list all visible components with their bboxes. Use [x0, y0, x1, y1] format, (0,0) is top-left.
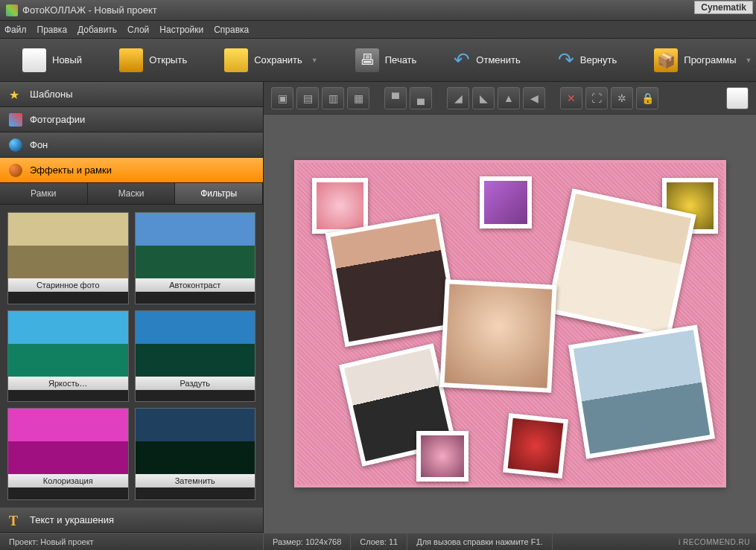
sidebar-item-effects[interactable]: Эффекты и рамки [0, 158, 263, 183]
main-area: ★ Шаблоны Фотографии Фон Эффекты и рамки… [0, 82, 756, 533]
templates-label: Шаблоны [30, 89, 73, 100]
app-icon [6, 4, 18, 16]
background-label: Фон [30, 139, 48, 150]
photo-icon [9, 113, 22, 127]
tab-filters[interactable]: Фильтры [175, 183, 263, 204]
box-icon: 📦 [654, 48, 678, 72]
send-back-button[interactable]: ▦ [347, 87, 369, 109]
rotate-left-button[interactable]: ◢ [447, 87, 469, 109]
bring-front-button[interactable]: ▣ [271, 87, 293, 109]
save-button[interactable]: Сохранить ▼ [224, 48, 318, 72]
filter-brightness[interactable]: Яркость… [7, 310, 129, 403]
menu-help[interactable]: Справка [214, 25, 249, 35]
delete-button[interactable]: ✕ [560, 87, 582, 109]
collage-photo[interactable] [325, 214, 459, 348]
project-value: Новый проект [40, 537, 93, 546]
undo-arrow-icon: ↶ [454, 48, 470, 71]
filter-darken[interactable]: Затемнить [135, 408, 256, 500]
filter-preview [136, 311, 255, 377]
redo-button[interactable]: ↷ Вернуть [558, 48, 617, 71]
main-toolbar: Новый Открыть Сохранить ▼ 🖶 Печать ↶ Отм… [0, 39, 756, 82]
filter-grid[interactable]: Старинное фото Автоконтраст Яркость… Раз… [0, 205, 263, 508]
filter-old-photo[interactable]: Старинное фото [7, 212, 129, 304]
collage-photo[interactable] [568, 324, 714, 458]
align-top-button[interactable]: ▀ [384, 87, 407, 109]
canvas-viewport[interactable] [264, 115, 756, 533]
undo-button[interactable]: ↶ Отменить [454, 48, 520, 71]
sidebar-item-text[interactable]: T Текст и украшения [0, 508, 263, 533]
redo-label: Вернуть [580, 54, 617, 65]
new-button[interactable]: Новый [22, 48, 82, 72]
menu-add[interactable]: Добавить [77, 25, 117, 35]
filter-autocontrast[interactable]: Автоконтраст [135, 212, 256, 304]
status-layers: Слоев: 11 [351, 534, 407, 550]
menu-file[interactable]: Файл [4, 25, 27, 35]
align-bottom-button[interactable]: ▄ [410, 87, 432, 109]
canvas-toolbar: ▣ ▤ ▥ ▦ ▀ ▄ ◢ ◣ ▲ ◀ ✕ ⛶ ✲ 🔒 [264, 82, 756, 115]
send-backward-button[interactable]: ▥ [322, 87, 344, 109]
flip-v-button[interactable]: ◀ [523, 87, 545, 109]
text-icon: T [9, 514, 22, 527]
open-label: Открыть [149, 54, 187, 65]
star-icon: ★ [9, 88, 22, 101]
undo-label: Отменить [476, 54, 520, 65]
watermark-badge: Cynematik [694, 1, 753, 14]
open-button[interactable]: Открыть [119, 48, 187, 72]
filter-preview [8, 311, 128, 377]
collage-photo[interactable] [312, 178, 368, 234]
sidebar-item-background[interactable]: Фон [0, 132, 263, 158]
tab-masks[interactable]: Маски [88, 183, 176, 204]
rotate-right-button[interactable]: ◣ [472, 87, 495, 109]
lock-button[interactable]: 🔒 [636, 87, 658, 109]
collage-photo[interactable] [503, 413, 568, 479]
statusbar: Проект: Новый проект Размер: 1024x768 Сл… [0, 533, 756, 550]
filter-label: Раздуть [136, 377, 255, 390]
chevron-down-icon: ▼ [746, 57, 752, 64]
menu-edit[interactable]: Правка [37, 25, 68, 35]
sidebar-item-photos[interactable]: Фотографии [0, 107, 263, 132]
filter-preview [8, 409, 128, 474]
folder-open-icon [119, 48, 143, 72]
collage-photo[interactable] [480, 176, 532, 228]
print-button[interactable]: 🖶 Печать [355, 48, 417, 72]
filter-colorize[interactable]: Колоризация [7, 408, 129, 500]
new-file-icon [22, 48, 46, 72]
menubar: Файл Правка Добавить Слой Настройки Спра… [0, 21, 756, 39]
text-label: Текст и украшения [30, 514, 114, 525]
sidebar-item-templates[interactable]: ★ Шаблоны [0, 82, 263, 107]
crop-button[interactable]: ⛶ [585, 87, 608, 109]
status-help: Для вызова справки нажмите F1. [407, 534, 552, 550]
programs-button[interactable]: 📦 Программы ▼ [654, 48, 752, 72]
settings-button[interactable]: ✲ [611, 87, 633, 109]
site-watermark: i RECOMMEND.RU [673, 538, 756, 546]
menu-settings[interactable]: Настройки [159, 25, 203, 35]
status-project: Проект: Новый проект [0, 534, 264, 550]
globe-icon [9, 138, 22, 152]
menu-layer[interactable]: Слой [127, 25, 149, 35]
collage-photo[interactable] [439, 279, 556, 393]
sidebar: ★ Шаблоны Фотографии Фон Эффекты и рамки… [0, 82, 264, 533]
collage-photo[interactable] [416, 431, 468, 482]
effects-label: Эффекты и рамки [30, 164, 112, 176]
new-label: Новый [52, 54, 82, 65]
size-label: Размер: [273, 537, 303, 546]
filter-preview [8, 213, 128, 278]
save-icon [224, 48, 248, 72]
layers-label: Слоев: [360, 537, 387, 546]
status-size: Размер: 1024x768 [264, 534, 351, 550]
bring-forward-button[interactable]: ▤ [296, 87, 319, 109]
blank-button[interactable] [726, 87, 749, 109]
effect-tabs: Рамки Маски Фильтры [0, 183, 263, 205]
layers-value: 11 [389, 537, 398, 546]
save-label: Сохранить [254, 54, 302, 65]
flip-h-button[interactable]: ▲ [498, 87, 520, 109]
printer-icon: 🖶 [355, 48, 379, 72]
chevron-down-icon: ▼ [311, 57, 318, 64]
size-value: 1024x768 [305, 537, 341, 546]
collage-photo[interactable] [546, 188, 696, 339]
tab-frames[interactable]: Рамки [0, 183, 88, 204]
filter-inflate[interactable]: Раздуть [135, 310, 256, 403]
collage-canvas[interactable] [294, 160, 726, 487]
photos-label: Фотографии [30, 114, 85, 125]
palette-icon [9, 164, 22, 177]
